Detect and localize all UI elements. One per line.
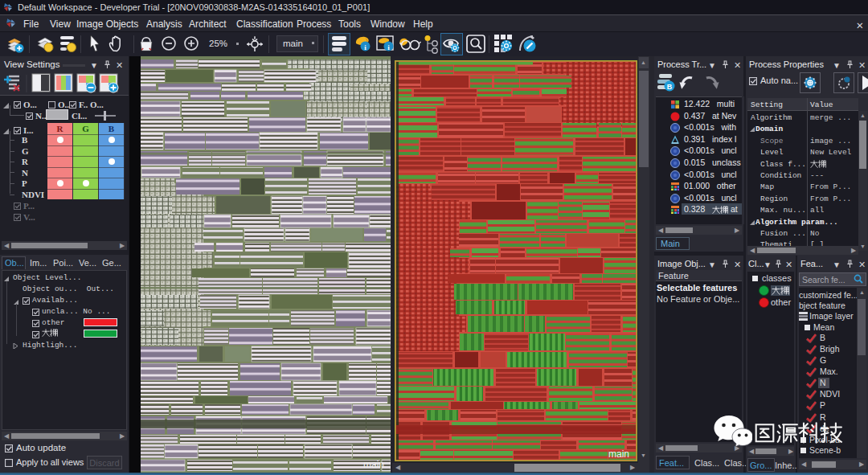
svg-text:B: B xyxy=(667,83,673,91)
